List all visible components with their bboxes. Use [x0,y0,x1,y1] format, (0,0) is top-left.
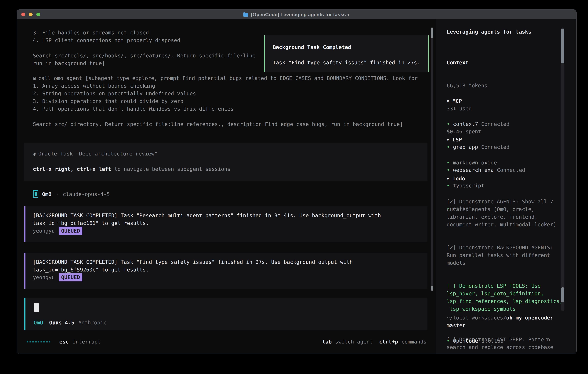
oracle-shortcut-keys: ctrl+x right, ctrl+x left [33,166,111,172]
scrollback-line: 4. LSP client connections not properly d… [33,36,255,44]
task-line2: task_id="bg_dcfac161" to get results. [33,219,427,227]
bug-list-item: 1. Array access without bounds checking [33,82,418,90]
workspace-repo: oh-my-opencode: [506,315,553,321]
agent-model: claude-opus-4-5 [63,190,110,198]
agent-header: OmO · claude-opus-4-5 [33,190,110,198]
main-scrollbar-thumb[interactable] [431,28,433,38]
queued-badge: QUEUED [59,273,82,281]
task-user: yeongyu [33,273,55,281]
oracle-task-banner: ◉Oracle Task "Deep architecture review" … [24,143,427,181]
tool-call-text: call_omo_agent [subagent_type=explore, p… [38,75,418,81]
sidebar-scrollbar[interactable] [561,28,564,311]
todo-heading-row[interactable]: ▼Todo [447,175,571,182]
tab-key-action: switch agent [335,338,373,345]
task-meta: yeongyu QUEUED [33,227,427,235]
input-provider-name: Anthropic [78,319,106,326]
sidebar-scrollbar-end[interactable] [561,287,564,302]
lsp-heading: LSP [452,136,462,144]
queued-badge: QUEUED [59,227,82,235]
toast-title: Background Task Completed [273,43,428,51]
zoom-button[interactable] [36,13,40,16]
blank-line [33,157,427,165]
search-directory-line: Search src/ directory. Return specific f… [33,120,418,128]
bug-list-item: 2. String operations on potentially unde… [33,90,418,97]
main-scrollbar-end[interactable] [431,286,433,291]
fisheye-icon: ◉ [33,151,36,157]
task-line1: [BACKGROUND TASK COMPLETED] Task "Find t… [33,258,427,266]
keyboard-hints: tab switch agent ctrl+p commands [322,338,427,345]
chevron-down-icon: ▼ [447,136,449,144]
task-card: [BACKGROUND TASK COMPLETED] Task "Resear… [24,206,427,242]
mcp-heading: MCP [452,97,462,105]
blank-line [33,113,418,120]
workspace-path: ~/local-workspaces/oh-my-opencode: maste… [447,314,571,329]
minimize-button[interactable] [29,13,32,16]
toast-body: Task "Find type safety issues" finished … [273,59,428,66]
agent-model-bar: OmO Opus 4.5 Anthropic [34,319,107,326]
prompt-input[interactable]: OmO Opus 4.5 Anthropic [24,298,427,330]
sidebar-scrollbar-thumb[interactable] [561,29,564,63]
opencode-version: 1.0.163 [482,337,504,345]
ctrlp-key-hint: ctrl+p [379,338,398,345]
background-task-toast: Background Task Completed Task "Find typ… [264,35,429,72]
sidebar: Leveraging agents for tasks Context 66,5… [436,19,577,354]
todo-item: [✓] Demonstrate AGENTS: Show all 7 curat… [447,198,571,228]
oracle-title: Oracle Task "Deep architecture review" [38,151,158,157]
mcp-heading-row[interactable]: ▼MCP [447,97,525,105]
main-scrollbar[interactable] [431,28,433,291]
agent-name: OmO [42,190,52,198]
todo-item: [ ] Demonstrate LSP TOOLS: Use lsp_hover… [447,282,571,313]
esc-key-action: interrupt [73,338,101,345]
brand-open: Open [453,337,466,345]
workspace-prefix: ~/local-workspaces/ [447,315,506,321]
scrollback-line [33,44,255,52]
bug-list-item: 4. Path operations that don't handle Win… [33,105,418,113]
opencode-version-row: • OpenCode 1.0.163 [447,337,504,345]
chevron-down-icon: ▼ [447,175,449,182]
agent-checkbox-icon [33,190,38,198]
input-agent-name: OmO [34,319,43,326]
status-bar: esc interrupt tab switch agent ctrl+p co… [27,338,427,345]
workspace-branch: master [447,322,465,328]
progress-spinner [27,341,50,343]
task-meta: yeongyu QUEUED [33,273,427,281]
task-user: yeongyu [33,227,55,235]
blank-line [273,51,428,59]
task-line1: [BACKGROUND TASK COMPLETED] Task "Resear… [33,212,427,219]
brand-code: Code [465,337,478,345]
tool-call-line: ⚙call_omo_agent [subagent_type=explore, … [33,74,418,82]
gear-icon: ⚙ [33,75,36,81]
chevron-down-icon: ▼ [447,97,449,105]
text-cursor [34,303,39,312]
oracle-hint-text: to navigate between subagent sessions [111,166,231,172]
todo-item: [✓] Demonstrate BACKGROUND AGENTS: Run p… [447,244,571,267]
input-model-name: Opus 4.5 [49,319,74,326]
oracle-title-line: ◉Oracle Task "Deep architecture review" [33,150,427,157]
tool-call-block: ⚙call_omo_agent [subagent_type=explore, … [33,74,418,128]
bug-list-item: 3. Division operations that could divide… [33,97,418,105]
folder-icon [243,12,249,17]
esc-key-hint: esc [59,338,69,345]
window-title: [OpenCode] Leveraging agents for tasks ◐ [243,12,350,17]
ctrlp-key-action: commands [401,338,427,345]
scrollback-line: 3. File handles or streams not closed [33,29,255,36]
sidebar-session-title: Leveraging agents for tasks [447,28,531,36]
bullet-icon: • [447,337,450,345]
titlebar: [OpenCode] Leveraging agents for tasks ◐ [17,10,576,19]
separator-dot: · [56,190,59,198]
task-card: [BACKGROUND TASK COMPLETED] Task "Find t… [24,253,427,289]
tab-key-hint: tab [322,338,332,345]
close-button[interactable] [21,13,25,16]
traffic-lights [21,10,40,19]
task-line2: task_id="bg_6f59260c" to get results. [33,266,427,273]
scrollback-line: run_in_background=true] [33,59,255,67]
todo-heading: Todo [452,175,465,182]
oracle-hint-line: ctrl+x right, ctrl+x left to navigate be… [33,165,427,173]
lsp-heading-row[interactable]: ▼LSP [447,136,497,144]
scrollback-line: Search src/tools/, src/hooks/, src/featu… [33,52,255,59]
scrollback-top: 3. File handles or streams not closed 4.… [33,29,255,67]
context-heading: Context [447,59,487,66]
window-title-text: [OpenCode] Leveraging agents for tasks ◐ [251,12,350,17]
terminal-window: [OpenCode] Leveraging agents for tasks ◐… [17,10,577,354]
